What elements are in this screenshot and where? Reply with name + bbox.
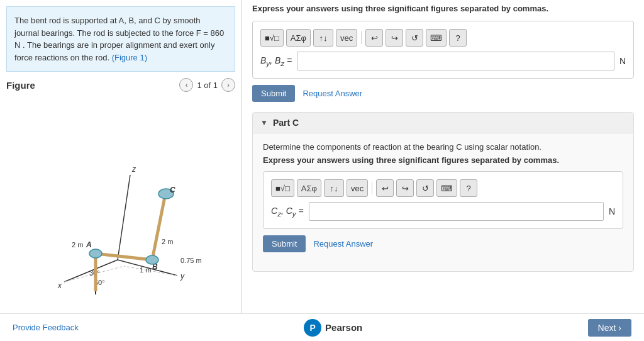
- part-c-description: Determine the components of reaction at …: [263, 142, 623, 152]
- svg-line-16: [96, 254, 152, 260]
- answer-label-c: Cz, Cy =: [271, 206, 304, 218]
- collapse-icon-c: ▼: [260, 118, 268, 127]
- part-c-header[interactable]: ▼ Part C: [253, 113, 633, 133]
- figure-diagram: x y z 30° 60° 2 m 2 m 1 m 0.75 m: [26, 137, 215, 294]
- arrows-icon-c: ↑↓: [330, 184, 338, 193]
- vec-icon: vec: [340, 33, 353, 43]
- help-button-c[interactable]: ?: [460, 179, 477, 197]
- undo-button-c[interactable]: ↩: [376, 179, 394, 197]
- svg-line-19: [152, 197, 165, 260]
- part-c-instruction: Express your answers using three signifi…: [263, 155, 623, 165]
- request-answer-link-b[interactable]: Request Answer: [303, 89, 362, 98]
- arrows-icon: ↑↓: [319, 33, 327, 43]
- svg-text:0.75 m: 0.75 m: [180, 257, 202, 264]
- vec-button-c[interactable]: vec: [347, 179, 368, 197]
- svg-text:y: y: [180, 272, 185, 281]
- svg-text:A: A: [86, 240, 92, 249]
- svg-text:x: x: [57, 281, 62, 290]
- footer-bar: Provide Feedback P Pearson Next ›: [0, 313, 644, 341]
- left-panel: The bent rod is supported at A, B, and C…: [0, 0, 242, 341]
- redo-button-b[interactable]: ↪: [386, 29, 403, 47]
- answer-input-c[interactable]: [309, 202, 604, 221]
- submit-button-c[interactable]: Submit: [263, 235, 306, 252]
- keyboard-button-c[interactable]: ⌨: [436, 179, 457, 197]
- svg-text:C: C: [170, 186, 175, 194]
- answer-input-b[interactable]: [297, 52, 614, 70]
- svg-text:2 m: 2 m: [72, 241, 83, 249]
- radical-button-c[interactable]: ■√□: [271, 179, 294, 197]
- right-panel: Express your answers using three signifi…: [242, 0, 644, 341]
- problem-text-box: The bent rod is supported at A, B, and C…: [6, 6, 235, 72]
- greek-button-b[interactable]: ΑΣφ: [286, 29, 311, 47]
- answer-unit-c: N: [609, 206, 615, 216]
- figure-nav-count: 1 of 1: [197, 81, 218, 90]
- figure-link[interactable]: (Figure 1): [112, 53, 147, 62]
- request-answer-link-c[interactable]: Request Answer: [313, 239, 373, 249]
- redo-button-c[interactable]: ↪: [396, 179, 414, 197]
- svg-text:1 m: 1 m: [140, 266, 151, 274]
- next-button[interactable]: Next ›: [588, 319, 631, 337]
- answer-input-row-c: Cz, Cy = N: [271, 202, 615, 221]
- refresh-button-b[interactable]: ↺: [406, 29, 423, 47]
- part-c-title: Part C: [273, 118, 299, 128]
- part-c-body: Determine the components of reaction at …: [253, 133, 633, 271]
- answer-unit-b: N: [619, 56, 626, 66]
- figure-nav: ‹ 1 of 1 ›: [179, 78, 235, 92]
- provide-feedback-link[interactable]: Provide Feedback: [13, 323, 79, 332]
- pearson-icon: P: [304, 319, 321, 337]
- greek-icon: ΑΣφ: [291, 33, 306, 43]
- greek-icon-c: ΑΣφ: [301, 184, 317, 193]
- pearson-logo: P Pearson: [304, 319, 362, 337]
- figure-next-button[interactable]: ›: [221, 78, 235, 92]
- figure-prev-button[interactable]: ‹: [179, 78, 193, 92]
- svg-text:2 m: 2 m: [162, 238, 173, 245]
- part-c-answer-box: ■√□ ΑΣφ ↑↓ vec ↩ ↪: [263, 171, 623, 229]
- greek-button-c[interactable]: ΑΣφ: [297, 179, 321, 197]
- math-toolbar-c: ■√□ ΑΣφ ↑↓ vec ↩ ↪: [271, 179, 615, 197]
- svg-point-25: [89, 249, 102, 258]
- part-b-actions: Submit Request Answer: [252, 85, 634, 102]
- vec-button-b[interactable]: vec: [336, 29, 357, 47]
- top-instruction: Express your answers using three signifi…: [252, 0, 634, 13]
- radical-icon-c: ■√□: [275, 184, 290, 193]
- toolbar-sep2: [372, 182, 372, 194]
- radical-button-b[interactable]: ■√□: [260, 29, 284, 47]
- svg-text:z: z: [131, 165, 136, 174]
- part-c-actions: Submit Request Answer: [263, 235, 623, 252]
- part-c-section: ▼ Part C Determine the components of rea…: [252, 112, 634, 272]
- help-button-b[interactable]: ?: [449, 29, 467, 47]
- answer-label-b: By, Bz =: [260, 55, 292, 67]
- figure-title: Figure: [6, 80, 35, 91]
- pearson-label: Pearson: [325, 322, 362, 333]
- figure-image: x y z 30° 60° 2 m 2 m 1 m 0.75 m: [6, 97, 235, 335]
- next-label: Next: [598, 323, 616, 333]
- next-chevron-icon: ›: [618, 323, 621, 333]
- figure-header: Figure ‹ 1 of 1 ›: [6, 78, 235, 92]
- math-toolbar-b: ■√□ ΑΣφ ↑↓ vec ↩ ↪ ↺ ⌨ ?: [260, 29, 626, 47]
- undo-button-b[interactable]: ↩: [365, 29, 383, 47]
- svg-point-26: [146, 255, 158, 264]
- answer-input-row-b: By, Bz = N: [260, 52, 626, 70]
- svg-line-4: [118, 175, 130, 260]
- keyboard-button-b[interactable]: ⌨: [426, 29, 447, 47]
- vec-icon-c: vec: [351, 184, 364, 193]
- arrows-button-c[interactable]: ↑↓: [324, 179, 344, 197]
- toolbar-sep1: [361, 31, 362, 44]
- refresh-button-c[interactable]: ↺: [416, 179, 434, 197]
- radical-icon: ■√□: [265, 33, 279, 43]
- submit-button-b[interactable]: Submit: [252, 85, 295, 102]
- part-b-answer-box: ■√□ ΑΣφ ↑↓ vec ↩ ↪ ↺ ⌨ ?: [252, 21, 634, 79]
- arrows-button-b[interactable]: ↑↓: [313, 29, 333, 47]
